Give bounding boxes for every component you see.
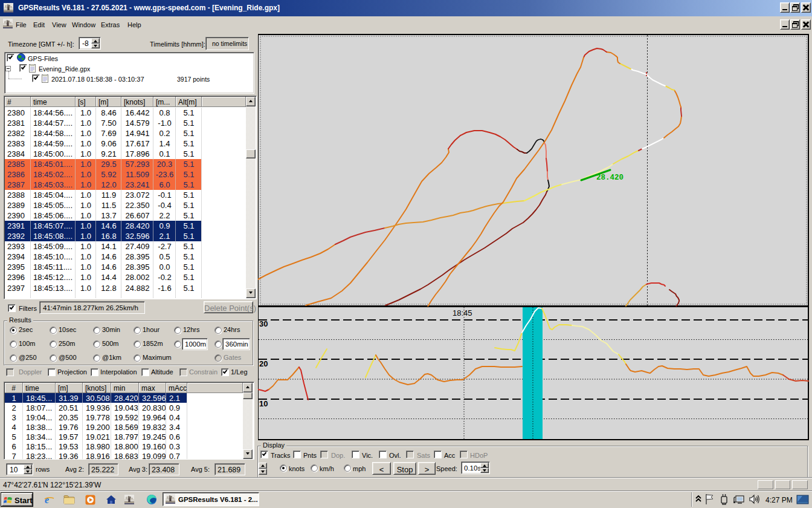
svg-text:e: e — [45, 495, 49, 505]
svg-text:18:45: 18:45 — [453, 308, 472, 318]
svg-text:30: 30 — [259, 319, 268, 328]
svg-text:10: 10 — [259, 399, 268, 408]
svg-text:28.420: 28.420 — [596, 174, 624, 182]
svg-text:20: 20 — [259, 359, 268, 368]
